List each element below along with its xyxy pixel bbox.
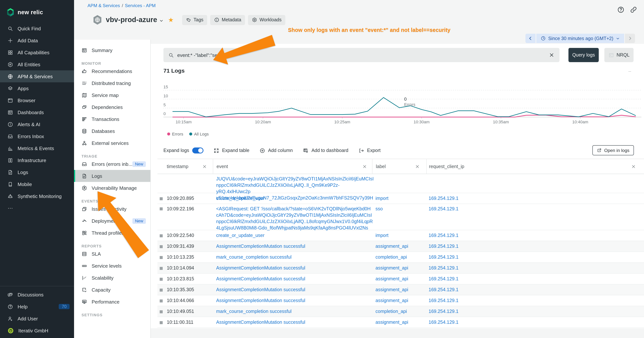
subnav-item-scalability[interactable]: Scalability (74, 272, 150, 284)
subnav-item-service-levels[interactable]: Service levels (74, 260, 150, 272)
log-event-link[interactable]: AssignmentCompletionMutation successful (216, 274, 373, 284)
log-label-link[interactable]: completion_api (376, 306, 407, 317)
log-row[interactable]: 10:09:20.895create_or_update_userimport1… (158, 193, 644, 204)
remove-column-icon[interactable] (631, 164, 636, 169)
metadata-button[interactable]: Metadata (210, 15, 245, 25)
log-label-link[interactable]: completion_api (376, 252, 407, 263)
sidebar-item-synthetic-monitoring[interactable]: Synthetic Monitoring (0, 190, 74, 202)
log-event-link[interactable]: AssignmentCompletionMutation successful (216, 241, 373, 252)
column-header-timestamp[interactable]: timestamp (158, 159, 213, 174)
log-ip-link[interactable]: 169.254.129.1 (428, 230, 458, 241)
time-range-button[interactable]: Since 30 minutes ago (GMT+2) (536, 34, 624, 43)
expand-table-button[interactable]: Expand table (214, 148, 250, 153)
add-to-dashboard-button[interactable]: Add to dashboard (303, 148, 348, 153)
legend-item-errors[interactable]: Errors (167, 132, 183, 136)
sidebar-item-alerts-ai[interactable]: Alerts & AI (0, 118, 74, 130)
new-relic-logo[interactable]: new relic (0, 0, 74, 20)
log-ip-link[interactable]: 169.254.129.1 (428, 274, 458, 284)
log-ip-link[interactable]: 169.254.129.1 (428, 241, 458, 252)
tags-button[interactable]: Tags (182, 15, 207, 25)
subnav-item-recommendations[interactable]: Recommendations (74, 65, 150, 77)
log-row[interactable]: 10:10:44.066AssignmentCompletionMutation… (158, 295, 644, 306)
log-label-link[interactable]: assignment_api (376, 317, 408, 328)
breadcrumb-services-apm[interactable]: Services - APM (125, 3, 156, 8)
subnav-item-summary[interactable]: Summary (74, 44, 150, 56)
subnav-item-transactions[interactable]: Transactions (74, 113, 150, 125)
log-event-link[interactable]: AssignmentCompletionMutation successful (216, 317, 373, 328)
sidebar-item-all-capabilities[interactable]: All Capabilities (0, 47, 74, 58)
subnav-item-distributed-tracing[interactable]: Distributed tracing (74, 77, 150, 89)
open-in-logs-button[interactable]: Open in logs (592, 145, 634, 155)
log-event-link[interactable]: create_or_update_user (216, 193, 373, 204)
log-ip-link[interactable]: 169.254.129.1 (428, 284, 458, 295)
sidebar-item-mobile[interactable]: Mobile (0, 178, 74, 190)
nrql-button[interactable]: NRQL (604, 48, 634, 62)
log-label-link[interactable]: assignment_api (376, 284, 408, 295)
export-button[interactable]: Export (358, 148, 380, 153)
sidebar-item-all-entities[interactable]: All Entities (0, 58, 74, 70)
sidebar-item-iterativ-gmbh[interactable]: Iterativ GmbH (0, 324, 74, 336)
log-label-link[interactable]: assignment_api (376, 263, 408, 274)
sidebar-item-apm-services[interactable]: APM & Services (0, 70, 74, 82)
query-logs-button[interactable]: Query logs (568, 48, 599, 62)
log-ip-link[interactable]: 169.254.129.1 (428, 204, 458, 212)
log-event-link[interactable]: mark_course_completion successful (216, 252, 373, 263)
log-row[interactable]: 10:10:13.235mark_course_completion succe… (158, 252, 644, 263)
subnav-item-performance[interactable]: Performance (74, 296, 150, 308)
log-ip-link[interactable]: 169.254.129.1 (428, 193, 458, 204)
sidebar-item-dashboards[interactable]: Dashboards (0, 106, 74, 118)
subnav-item-capacity[interactable]: Capacity (74, 284, 150, 296)
time-forward-button[interactable] (625, 34, 635, 43)
log-event-link[interactable]: mark_course_completion successful (216, 306, 373, 317)
workloads-button[interactable]: Workloads (248, 15, 285, 25)
sidebar-item-add-user[interactable]: Add User (0, 312, 74, 324)
subnav-item-dependencies[interactable]: Dependencies (74, 101, 150, 113)
sidebar-item-infrastructure[interactable]: Infrastructure (0, 154, 74, 166)
log-event-link[interactable]: AssignmentCompletionMutation successful (216, 295, 373, 306)
log-event-link[interactable]: AssignmentCompletionMutation successful (216, 284, 373, 295)
chevron-down-icon[interactable] (160, 19, 164, 23)
subnav-item-external-services[interactable]: External services (74, 137, 150, 149)
sidebar-item-quick-find[interactable]: Quick Find (0, 23, 74, 35)
remove-column-icon[interactable] (415, 164, 420, 169)
sidebar-item-browser[interactable]: Browser (0, 94, 74, 106)
sidebar-item-metrics-events[interactable]: Metrics & Events (0, 142, 74, 154)
log-ip-link[interactable]: 169.254.129.1 (428, 317, 458, 328)
log-label-link[interactable]: assignment_api (376, 241, 408, 252)
log-ip-link[interactable]: 169.254.129.1 (428, 295, 458, 306)
column-header-label[interactable]: label (372, 159, 426, 174)
breadcrumb-apm-services[interactable]: APM & Services (88, 3, 120, 8)
log-label-link[interactable]: assignment_api (376, 274, 408, 284)
subnav-item-service-map[interactable]: Service map (74, 89, 150, 101)
entity-title[interactable]: vbv-prod-azure (106, 16, 157, 24)
sidebar-item-help[interactable]: Help70 (0, 300, 74, 312)
sidebar-item-discussions[interactable]: Discussions (0, 289, 74, 300)
legend-item-all-logs[interactable]: All Logs (189, 132, 209, 136)
log-label-link[interactable]: import (376, 230, 388, 241)
log-row[interactable]: 10:10:49.051mark_course_completion succe… (158, 306, 644, 317)
sidebar-item-logs[interactable]: Logs (0, 166, 74, 178)
log-label-link[interactable]: assignment_api (376, 295, 408, 306)
subnav-item-logs[interactable]: Logs (74, 170, 150, 182)
log-row[interactable]: 10:11:00.311AssignmentCompletionMutation… (158, 317, 644, 328)
log-row[interactable]: 10:09:22.540create_or_update_userimport1… (158, 230, 644, 241)
clear-query-icon[interactable] (549, 52, 554, 58)
log-row[interactable]: 10:09:31.439AssignmentCompletionMutation… (158, 241, 644, 252)
log-ip-link[interactable]: 169.254.129.1 (428, 252, 458, 263)
log-label-link[interactable]: import (376, 193, 388, 204)
subnav-item-errors-errors-inb[interactable]: Errors (errors inb...New (74, 158, 150, 170)
log-ip-link[interactable]: 169.254.129.1 (428, 263, 458, 274)
column-header-event[interactable]: event (213, 159, 372, 174)
remove-column-icon[interactable] (362, 164, 367, 169)
log-row[interactable]: JUQVU&code=eyJraWQiOiJjcGltY29yZV8wOTI1M… (158, 174, 644, 193)
sidebar-item-errors-inbox[interactable]: Errors Inbox (0, 130, 74, 142)
log-ip-link[interactable]: 169.254.129.1 (428, 306, 458, 317)
help-circle-icon[interactable] (617, 6, 624, 14)
log-row[interactable]: 10:10:14.094AssignmentCompletionMutation… (158, 263, 644, 274)
permalink-icon[interactable] (630, 6, 637, 14)
time-back-button[interactable] (526, 34, 536, 43)
sidebar-item-add-data[interactable]: Add Data (0, 35, 74, 47)
log-row[interactable]: 10:10:35.305AssignmentCompletionMutation… (158, 284, 644, 295)
log-row[interactable]: 10:10:23.815AssignmentCompletionMutation… (158, 274, 644, 284)
column-header-request-client-ip[interactable]: request_client_ip (426, 159, 644, 174)
